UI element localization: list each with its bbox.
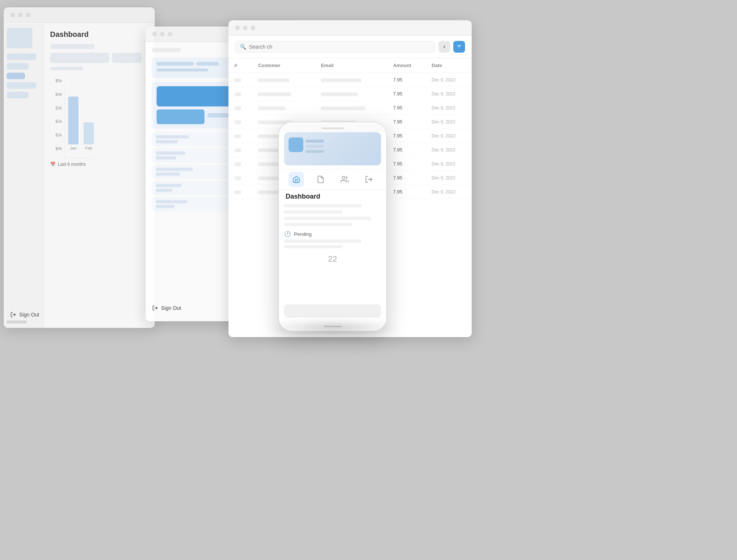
search-actions [439,41,465,53]
signout-icon-1 [10,312,16,318]
cell-hash [234,120,241,124]
mobile-page-number: 22 [284,251,381,267]
dashboard-title-1: Dashboard [50,30,149,39]
cell-date: Dec 6, 2022 [426,143,472,157]
cell-amount: 7.95 [387,115,426,129]
mobile-ph-4 [284,223,352,226]
search-input[interactable] [249,44,430,50]
cell-hash [234,162,241,166]
sidebar-1 [4,24,44,328]
mobile-footer-btn[interactable] [284,304,381,318]
w2-list-line-3a [156,168,193,171]
w2-line-3 [157,69,208,71]
mobile-nav-users[interactable] [337,172,352,187]
titlebar-1 [4,7,155,23]
w2-list-line-4b [156,189,172,192]
ph-3 [112,53,142,63]
traffic-yellow [18,13,23,17]
mobile-header-image [284,132,381,165]
search-icon: 🔍 [240,44,246,50]
cell-amount: 7.95 [387,143,426,157]
chart: $5k $4k $3k $2k $1k $0k Jan Feb [50,77,149,158]
cell-date: Dec 6, 2022 [426,171,472,185]
calendar-icon: 📅 [50,162,56,167]
mobile-shadow [265,321,402,335]
col-amount: Amount [387,58,426,73]
mobile-nav-docs[interactable] [313,172,328,187]
w2-line-4 [207,113,230,118]
traffic-red [10,13,15,17]
cell-hash [234,106,241,110]
cell-date: Dec 6, 2022 [426,115,472,129]
sidebar-item-2[interactable] [7,63,29,70]
table-row[interactable]: 7.95 Dec 6, 2022 [228,73,472,87]
cell-amount: 7.95 [387,185,426,199]
sidebar-item-1[interactable] [7,53,36,60]
cell-email [321,92,358,96]
sidebar-item-5[interactable] [7,92,29,98]
mobile-nav-home[interactable] [289,172,304,187]
table-row[interactable]: 7.95 Dec 6, 2022 [228,101,472,115]
w2-list-line-2b [156,156,176,160]
w2-list-line-5a [156,200,187,203]
cell-email [321,78,361,82]
w2-list-line-5b [156,205,174,208]
w2-card-blue-sm-1 [157,109,205,124]
cell-customer [258,78,289,82]
cell-date: Dec 6, 2022 [426,157,472,171]
mobile-pending-label: Pending [294,231,312,237]
bar-feb-label: Feb [85,146,92,150]
back-arrow-icon [442,44,447,49]
cell-amount: 7.95 [387,157,426,171]
signout-label-1: Sign Out [19,312,39,318]
sidebar-item-4[interactable] [7,82,36,89]
users-icon [340,175,349,183]
search-back-btn[interactable] [439,41,450,53]
mobile-ph-1 [284,204,361,207]
table-row[interactable]: 7.95 Dec 6, 2022 [228,87,472,101]
cell-hash [234,148,241,152]
y-label-3k: $3k [50,106,62,110]
svg-point-5 [342,176,345,179]
bar-jan: Jan [68,97,78,150]
ph-1 [50,44,94,49]
signout-btn-1[interactable]: Sign Out [4,308,155,321]
search-filter-btn[interactable] [453,41,465,53]
mobile-nav-logout[interactable] [361,172,377,187]
clock-icon: 🕐 [284,231,291,237]
mobile-statusbar [279,122,386,132]
mobile-nav [279,169,386,190]
cell-customer [258,92,291,96]
mobile-ph-3 [284,217,371,220]
cell-hash [234,176,241,180]
w3-traffic-green [251,25,255,30]
mobile-window: Dashboard 🕐 Pending 22 [278,122,387,332]
w2-list-line-1a [156,135,189,139]
w2-list-line-2a [156,151,185,155]
cell-date: Dec 6, 2022 [426,129,472,143]
search-bar: 🔍 [228,36,472,58]
mobile-dashboard-title: Dashboard [279,193,386,204]
y-label-2k: $2k [50,119,62,123]
bar-feb: Feb [84,122,94,150]
placeholder-row-2 [50,53,149,63]
traffic-green [26,13,31,17]
w2-traffic-green [168,32,172,36]
sidebar-item-3[interactable] [7,73,25,79]
home-icon [292,175,300,183]
search-input-wrap[interactable]: 🔍 [235,41,435,53]
date-filter[interactable]: 📅 Last 6 months [50,162,149,167]
ph-4 [50,67,83,70]
w2-header-ph [151,48,181,52]
cell-amount: 7.95 [387,129,426,143]
main-content-1: Dashboard $5k $4k $3k $2k $1k $0k [44,24,155,328]
mobile-pending-row: 🕐 Pending [284,231,381,237]
mobile-content: 🕐 Pending 22 [279,204,386,301]
bar-jan-label: Jan [70,146,77,150]
col-customer: Customer [252,58,315,73]
col-date: Date [426,58,472,73]
cell-date: Dec 6, 2022 [426,73,472,87]
mobile-ph-5 [284,239,361,243]
mobile-footer [279,301,386,323]
cell-hash [234,78,241,82]
